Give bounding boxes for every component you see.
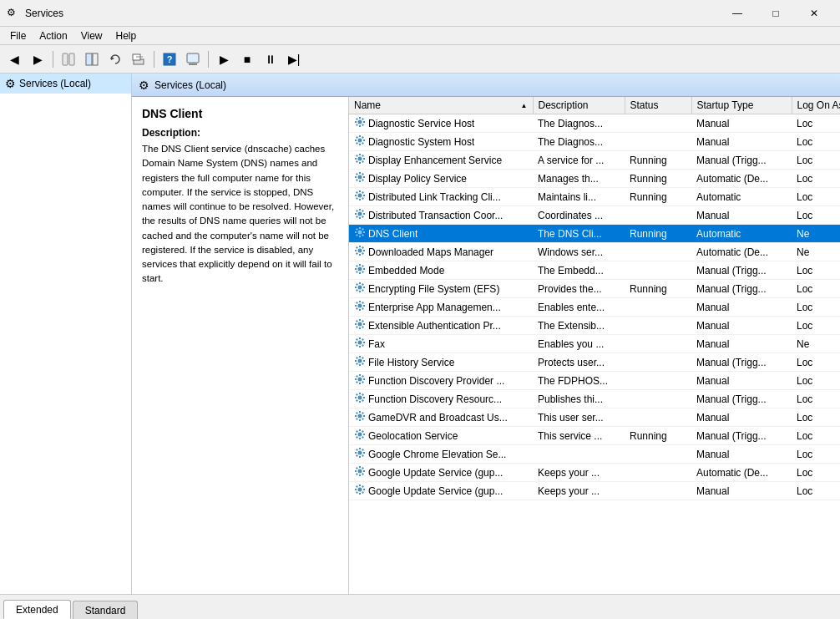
service-name-cell: Distributed Link Tracking Cli... (349, 188, 533, 206)
export-button[interactable] (128, 48, 149, 70)
forward-button[interactable]: ▶ (27, 48, 48, 70)
service-startup-cell: Automatic (De... (691, 464, 792, 482)
refresh-button[interactable] (104, 48, 126, 70)
service-name-text: Google Chrome Elevation Se... (368, 449, 506, 460)
table-row[interactable]: Distributed Transaction Coor...Coordinat… (349, 206, 840, 225)
back-button[interactable]: ◀ (3, 48, 25, 70)
stop-button[interactable]: ■ (236, 48, 258, 70)
table-row[interactable]: Downloaded Maps ManagerWindows ser...Aut… (349, 243, 840, 261)
col-header-logon[interactable]: Log On As (792, 97, 840, 114)
svg-line-35 (357, 155, 357, 156)
services-list[interactable]: Name ▲ Description Status Startup Type L… (349, 97, 840, 594)
service-logon-cell: Loc (792, 170, 840, 188)
svg-point-65 (358, 212, 362, 216)
service-name-text: GameDVR and Broadcast Us... (368, 412, 508, 424)
service-startup-cell: Manual (691, 372, 792, 390)
pause-button[interactable]: ⏸ (260, 48, 281, 70)
play-button[interactable]: ▶ (213, 48, 235, 70)
help-button[interactable]: ? (159, 48, 180, 70)
restart-button[interactable]: ▶| (283, 48, 305, 70)
table-row[interactable]: Embedded ModeThe Embedd...Manual (Trigg.… (349, 261, 840, 280)
table-row[interactable]: Google Update Service (gup...Keeps your … (349, 464, 840, 482)
service-desc-cell: Enables ente... (533, 298, 625, 317)
sidebar-item-services-local[interactable]: ⚙ Services (Local) (0, 74, 131, 94)
tab-standard[interactable]: Standard (73, 601, 139, 619)
scope-pane-button[interactable] (81, 48, 103, 70)
table-row[interactable]: Distributed Link Tracking Cli...Maintain… (349, 188, 840, 206)
menu-view[interactable]: View (74, 28, 109, 43)
show-hide-console-tree[interactable] (58, 48, 79, 70)
menu-help[interactable]: Help (109, 28, 144, 43)
menu-action[interactable]: Action (33, 28, 73, 43)
mmc-button[interactable] (182, 48, 204, 70)
svg-point-155 (358, 396, 362, 400)
table-row[interactable]: Geolocation ServiceThis service ...Runni… (349, 427, 840, 445)
table-row[interactable]: Encrypting File System (EFS)Provides the… (349, 280, 840, 298)
service-desc-cell: Enables you ... (533, 335, 625, 353)
table-row[interactable]: Display Policy ServiceManages th...Runni… (349, 170, 840, 188)
minimize-button[interactable]: — (718, 0, 757, 27)
service-startup-cell: Manual (Trigg... (691, 427, 792, 445)
table-row[interactable]: Diagnostic Service HostThe Diagnos...Man… (349, 114, 840, 133)
service-gear-icon (354, 282, 366, 296)
main-area: ⚙ Services (Local) ⚙ Services (Local) DN… (0, 74, 840, 594)
service-startup-cell: Automatic (691, 188, 792, 206)
table-row[interactable]: File History ServiceProtects user...Manu… (349, 353, 840, 372)
right-panel: ⚙ Services (Local) DNS Client Descriptio… (132, 74, 840, 594)
service-logon-cell: Loc (792, 445, 840, 464)
svg-line-49 (362, 198, 363, 199)
service-name-cell: Google Chrome Elevation Se... (349, 445, 533, 464)
svg-line-58 (362, 216, 363, 217)
service-gear-icon (354, 429, 366, 443)
service-status-cell (625, 243, 691, 261)
table-row[interactable]: FaxEnables you ...ManualNe (349, 335, 840, 353)
svg-line-141 (357, 382, 357, 383)
close-button[interactable]: ✕ (795, 0, 833, 27)
table-row[interactable]: DNS ClientThe DNS Cli...RunningAutomatic… (349, 225, 840, 243)
svg-line-44 (357, 174, 357, 175)
table-row[interactable]: Google Update Service (gup...Keeps your … (349, 482, 840, 500)
svg-line-195 (357, 492, 357, 493)
service-status-cell (625, 372, 691, 390)
table-row[interactable]: Diagnostic System HostThe Diagnos...Manu… (349, 133, 840, 151)
col-header-desc[interactable]: Description (533, 97, 625, 114)
service-name-text: Diagnostic System Host (368, 136, 474, 148)
service-gear-icon (354, 447, 366, 461)
service-startup-cell: Manual (Trigg... (691, 390, 792, 408)
service-logon-cell: Loc (792, 261, 840, 280)
service-name-text: Downloaded Maps Manager (368, 246, 493, 258)
panel-header: ⚙ Services (Local) (132, 74, 840, 97)
menu-file[interactable]: File (3, 28, 33, 43)
svg-line-179 (357, 449, 357, 450)
service-name-cell: Display Policy Service (349, 170, 533, 188)
svg-point-164 (358, 414, 362, 419)
service-startup-cell: Manual (Trigg... (691, 353, 792, 372)
table-row[interactable]: Display Enhancement ServiceA service for… (349, 151, 840, 170)
service-startup-cell: Manual (Trigg... (691, 261, 792, 280)
service-desc-cell: The Diagnos... (533, 133, 625, 151)
col-header-startup[interactable]: Startup Type (691, 97, 792, 114)
service-desc-cell (533, 445, 625, 464)
service-name-cell: Google Update Service (gup... (349, 482, 533, 500)
table-row[interactable]: Google Chrome Elevation Se...ManualLoc (349, 445, 840, 464)
table-row[interactable]: Function Discovery Provider ...The FDPHO… (349, 372, 840, 390)
table-row[interactable]: Function Discovery Resourc...Publishes t… (349, 390, 840, 408)
service-startup-cell: Manual (691, 408, 792, 427)
table-row[interactable]: Enterprise App Managemen...Enables ente.… (349, 298, 840, 317)
svg-point-38 (358, 157, 362, 161)
svg-line-143 (357, 376, 357, 377)
service-logon-cell: Loc (792, 408, 840, 427)
svg-line-13 (362, 124, 363, 125)
service-name-text: Geolocation Service (368, 430, 458, 442)
svg-line-161 (357, 413, 357, 414)
col-header-status[interactable]: Status (625, 97, 691, 114)
table-row[interactable]: Extensible Authentication Pr...The Exten… (349, 317, 840, 335)
service-name-text: Extensible Authentication Pr... (368, 320, 501, 332)
service-gear-icon (354, 153, 366, 167)
svg-line-184 (362, 474, 363, 474)
col-header-name[interactable]: Name ▲ (349, 97, 533, 114)
table-row[interactable]: GameDVR and Broadcast Us...This user ser… (349, 408, 840, 427)
maximize-button[interactable]: □ (757, 0, 795, 27)
svg-line-26 (357, 137, 357, 138)
tab-extended[interactable]: Extended (3, 600, 71, 619)
